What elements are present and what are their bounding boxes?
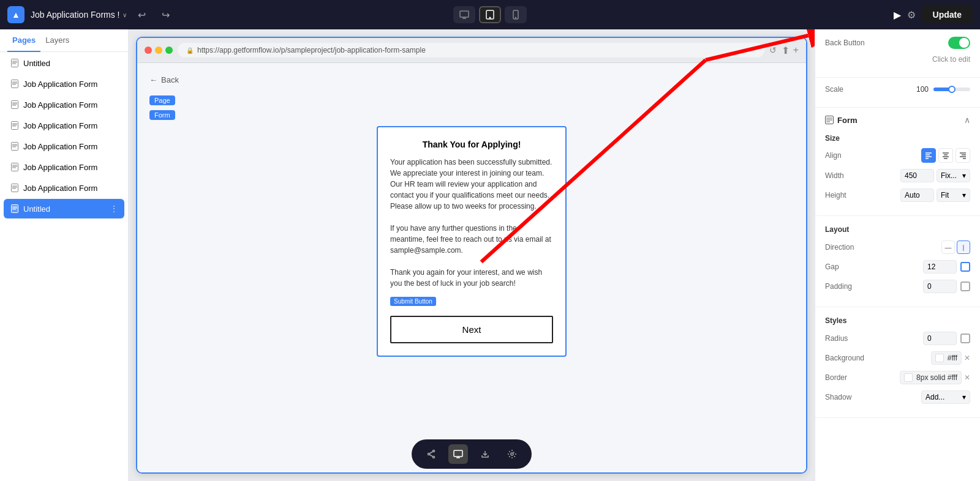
svg-rect-35	[12, 205, 18, 213]
gap-input[interactable]	[923, 260, 957, 274]
shadow-row: Shadow Add... ▾	[825, 390, 970, 404]
page-icon	[10, 121, 20, 130]
direction-horizontal-button[interactable]: —	[941, 240, 955, 254]
sidebar: Pages Layers Untitled ⋮ Job Application …	[0, 29, 129, 481]
title-chevron[interactable]: ∨	[123, 12, 127, 18]
padding-label: Padding	[825, 282, 852, 291]
page-icon	[10, 79, 20, 89]
radius-input[interactable]	[923, 332, 957, 345]
form-section-header: Form ∧	[825, 115, 970, 125]
form-section: Form ∧ Size Align	[815, 108, 980, 216]
browser-window-dots	[145, 47, 173, 54]
sidebar-item-job-form-4[interactable]: Job Application Form ⋮	[4, 136, 124, 156]
border-clear-button[interactable]: ✕	[964, 373, 970, 382]
add-tab-button[interactable]: +	[793, 45, 799, 56]
svg-point-39	[433, 450, 435, 452]
align-right-button[interactable]	[956, 148, 970, 163]
scale-slider[interactable]	[933, 88, 970, 91]
sidebar-item-untitled-active[interactable]: Untitled ⋮	[4, 199, 124, 218]
height-label: Height	[825, 191, 846, 199]
sidebar-item-job-form-3[interactable]: Job Application Form ⋮	[4, 116, 124, 135]
sidebar-item-label-active: Untitled	[23, 204, 106, 214]
share-browser-button[interactable]: ⬆	[782, 45, 790, 56]
bottom-toolbar	[412, 439, 532, 469]
undo-button[interactable]: ↩	[133, 7, 151, 23]
svg-rect-44	[454, 450, 462, 457]
height-input[interactable]	[900, 188, 934, 202]
height-unit-dropdown[interactable]: Fit ▾	[937, 188, 970, 202]
sidebar-item-label: Job Application Form	[23, 163, 106, 172]
dot-red	[145, 47, 152, 54]
device-desktop-button[interactable]	[453, 6, 475, 23]
back-nav[interactable]: ← Back	[149, 75, 794, 84]
click-to-edit-row: Click to edit	[825, 55, 970, 64]
width-input[interactable]	[900, 169, 934, 182]
width-unit-dropdown[interactable]: Fix... ▾	[937, 169, 970, 182]
layout-section: Layout Direction — | Gap Padding	[815, 216, 980, 307]
page-icon	[10, 100, 20, 110]
padding-input[interactable]	[923, 280, 957, 293]
scale-section: Scale 100	[815, 78, 980, 108]
preview-button[interactable]: ▶	[894, 9, 901, 21]
settings-tool-button[interactable]	[502, 444, 522, 464]
tab-layers[interactable]: Layers	[40, 29, 74, 52]
refresh-button[interactable]: ↺	[769, 45, 777, 55]
align-buttons	[921, 148, 970, 163]
url-bar[interactable]: 🔒 https://app.getformflow.io/p/samplepro…	[178, 43, 764, 58]
click-to-edit-value[interactable]: Click to edit	[932, 55, 970, 64]
background-clear-button[interactable]: ✕	[964, 354, 970, 362]
update-button[interactable]: Update	[922, 6, 973, 24]
svg-rect-11	[12, 80, 18, 88]
svg-rect-19	[12, 122, 18, 130]
direction-vertical-button[interactable]: |	[957, 240, 970, 254]
device-mobile-button[interactable]	[505, 6, 527, 23]
more-icon-active[interactable]: ⋮	[110, 204, 118, 214]
download-tool-button[interactable]	[475, 444, 495, 464]
device-tablet-button[interactable]	[479, 6, 501, 23]
form-card-title: Thank You for Applying!	[390, 140, 553, 149]
sidebar-item-job-form-1[interactable]: Job Application Form ⋮	[4, 74, 124, 94]
sidebar-item-label: Job Application Form	[23, 121, 106, 130]
sidebar-item-job-form-2[interactable]: Job Application Form ⋮	[4, 95, 124, 114]
background-color-swatch[interactable]: #fff	[931, 351, 962, 365]
align-center-button[interactable]	[938, 148, 953, 163]
app-title: Job Application Forms ! ∨	[31, 10, 127, 20]
sidebar-item-untitled-1[interactable]: Untitled ⋮	[4, 53, 124, 73]
direction-row: Direction — |	[825, 240, 970, 254]
share-tool-button[interactable]	[421, 444, 441, 464]
page-icon-active	[10, 204, 20, 214]
settings-button[interactable]: ⚙	[907, 9, 916, 21]
svg-rect-31	[12, 184, 18, 192]
next-button[interactable]: Next	[390, 316, 553, 343]
border-color-swatch[interactable]: 8px solid #fff	[900, 371, 962, 384]
scale-value: 100	[916, 85, 929, 94]
direction-label: Direction	[825, 243, 854, 252]
sidebar-item-label: Job Application Form	[23, 80, 106, 89]
page-icon	[10, 183, 20, 193]
svg-point-4	[489, 17, 491, 18]
svg-line-42	[430, 452, 433, 453]
back-button-section: Back Button Click to edit	[815, 29, 980, 78]
sidebar-item-label: Untitled	[23, 59, 106, 68]
tab-pages[interactable]: Pages	[7, 29, 40, 52]
page-badge: Page	[149, 95, 175, 105]
svg-point-6	[515, 17, 516, 18]
logo: ▲	[7, 6, 24, 23]
back-button-toggle[interactable]	[948, 37, 970, 49]
radius-icon	[960, 334, 970, 343]
align-left-button[interactable]	[921, 148, 936, 163]
direction-buttons: — |	[941, 240, 970, 254]
redo-button[interactable]: ↪	[157, 7, 175, 23]
sidebar-item-job-form-5[interactable]: Job Application Form ⋮	[4, 157, 124, 177]
back-button-label: Back Button	[825, 39, 865, 47]
page-icon	[10, 141, 20, 151]
sidebar-item-label: Job Application Form	[23, 184, 106, 193]
shadow-label: Shadow	[825, 393, 851, 401]
form-section-collapse[interactable]: ∧	[964, 115, 970, 125]
sidebar-tabs: Pages Layers	[0, 29, 128, 52]
shadow-dropdown[interactable]: Add... ▾	[921, 390, 970, 404]
form-badge: Form	[149, 110, 175, 120]
screen-tool-button[interactable]	[448, 444, 468, 464]
form-icon	[825, 116, 834, 124]
sidebar-item-job-form-6[interactable]: Job Application Form ⋮	[4, 178, 124, 198]
